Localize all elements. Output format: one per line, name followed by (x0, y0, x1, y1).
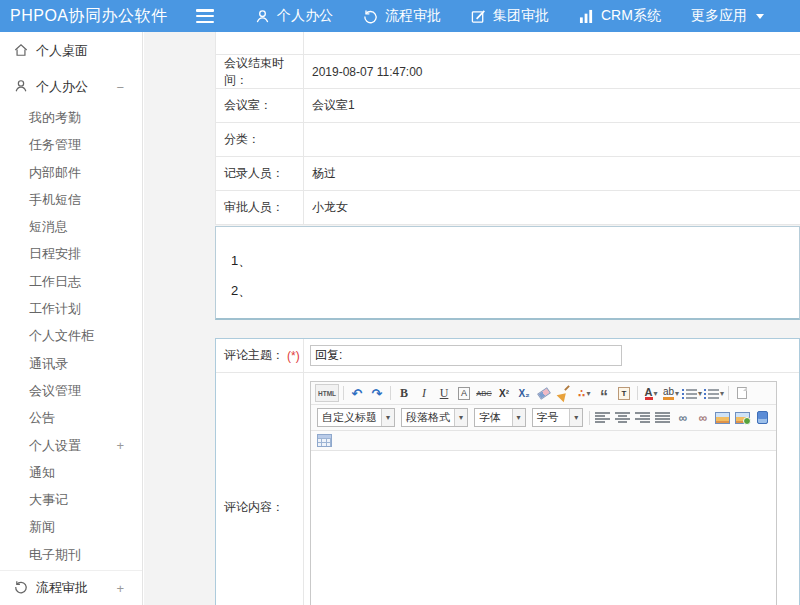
caret-down-icon: ▾ (454, 409, 467, 426)
bold-button[interactable]: B (395, 384, 413, 402)
table-row: 评论内容： HTML ↶ ↷ B I U A (216, 373, 799, 605)
superscript-button[interactable]: X² (495, 384, 513, 402)
sidebar-item-work-plan[interactable]: 工作计划 (0, 295, 142, 322)
sidebar-item-e-journal[interactable]: 电子期刊 (0, 541, 142, 568)
sidebar-item-file-cabinet[interactable]: 个人文件柜 (0, 322, 142, 349)
divider (728, 386, 729, 400)
paste-icon: T (618, 387, 630, 400)
underline-button[interactable]: U (435, 384, 453, 402)
sidebar-item-memorabilia[interactable]: 大事记 (0, 486, 142, 513)
person-icon (255, 9, 270, 24)
insert-image-button[interactable] (714, 409, 732, 427)
table-row: 审批人员： 小龙女 (216, 191, 800, 225)
table-icon (317, 434, 332, 447)
dropdown-value: 自定义标题 (318, 410, 381, 425)
nav-personal-office[interactable]: 个人办公 (240, 0, 348, 32)
field-value (304, 123, 800, 156)
paste-text-button[interactable]: T (615, 384, 633, 402)
format-brush-button[interactable] (555, 384, 573, 402)
caret-down-icon (756, 14, 764, 19)
sidebar-item-label: 个人设置 (29, 438, 81, 453)
expand-icon[interactable]: + (116, 432, 124, 459)
nav-workflow-approval[interactable]: 流程审批 (348, 0, 456, 32)
new-document-icon (737, 387, 747, 399)
divider (390, 386, 391, 400)
font-family-dropdown[interactable]: 字体 ▾ (474, 408, 526, 427)
table-row: 会议室： 会议室1 (216, 89, 800, 123)
auto-format-button[interactable]: ∴ ▾ (575, 384, 593, 402)
align-left-button[interactable] (594, 409, 612, 427)
paragraph-format-dropdown[interactable]: 段落格式 ▾ (401, 408, 468, 427)
align-center-icon (615, 412, 630, 423)
html-source-button[interactable]: HTML (315, 384, 339, 402)
sidebar-subnav: 我的考勤 任务管理 内部邮件 手机短信 短消息 日程安排 工作日志 工作计划 个… (0, 104, 142, 568)
remove-link-button[interactable]: ∞ (694, 409, 712, 427)
align-center-button[interactable] (614, 409, 632, 427)
autotypeset-icon[interactable]: A (458, 387, 470, 400)
expand-icon[interactable]: + (116, 581, 124, 596)
strikethrough-button[interactable]: ABC (475, 384, 493, 402)
sidebar-item-personal-settings[interactable]: 个人设置 + (0, 432, 142, 459)
meeting-notes-box: 1、 2、 (215, 226, 800, 320)
magic-wand-icon: ∴ (578, 387, 586, 400)
rich-text-editor: HTML ↶ ↷ B I U A ABC X² X₂ (310, 381, 777, 605)
highlight-color-button[interactable]: ab ▾ (662, 384, 680, 402)
insert-link-button[interactable]: ∞ (674, 409, 692, 427)
sidebar-item-internal-mail[interactable]: 内部邮件 (0, 159, 142, 186)
broom-icon (558, 387, 571, 400)
font-color-button[interactable]: A ▾ (642, 384, 660, 402)
align-right-icon (635, 412, 650, 423)
collapse-icon[interactable]: − (116, 80, 124, 95)
align-right-button[interactable] (634, 409, 652, 427)
sidebar-item-sms[interactable]: 手机短信 (0, 186, 142, 213)
italic-button[interactable]: I (415, 384, 433, 402)
field-label: 会议结束时间： (216, 55, 304, 88)
ordered-list-button[interactable]: ▾ (682, 384, 702, 402)
upload-image-button[interactable] (734, 409, 752, 427)
sidebar-item-news[interactable]: 新闻 (0, 513, 142, 540)
blockquote-button[interactable]: “ (595, 384, 613, 402)
nav-more-apps[interactable]: 更多应用 (676, 0, 779, 32)
font-size-dropdown[interactable]: 字号 ▾ (532, 408, 584, 427)
unordered-list-button[interactable]: ▾ (704, 384, 724, 402)
sidebar-item-notice[interactable]: 通知 (0, 459, 142, 486)
nav-crm-system[interactable]: CRM系统 (564, 0, 676, 32)
custom-title-dropdown[interactable]: 自定义标题 ▾ (317, 408, 395, 427)
sidebar-item-desktop[interactable]: 个人桌面 (0, 32, 142, 70)
sidebar-item-schedule[interactable]: 日程安排 (0, 240, 142, 267)
caret-down-icon: ▾ (512, 409, 525, 426)
nav-label: 更多应用 (691, 7, 747, 25)
menu-toggle-button[interactable] (196, 9, 214, 23)
nav-label: 集团审批 (493, 7, 549, 25)
new-document-button[interactable] (733, 384, 751, 402)
sidebar-item-tasks[interactable]: 任务管理 (0, 131, 142, 158)
comment-content-textarea[interactable] (311, 451, 776, 605)
sidebar-item-personal-office[interactable]: 个人办公 − (0, 70, 142, 104)
sidebar-item-short-message[interactable]: 短消息 (0, 213, 142, 240)
table-row: 评论主题： (*) (216, 339, 799, 373)
font-color-icon: A (645, 387, 653, 400)
sidebar-item-attendance[interactable]: 我的考勤 (0, 104, 142, 131)
caret-down-icon: ▾ (720, 389, 724, 398)
sidebar-item-announcement[interactable]: 公告 (0, 404, 142, 431)
insert-media-button[interactable] (754, 409, 772, 427)
remove-format-button[interactable] (535, 384, 553, 402)
caret-down-icon: ▾ (698, 389, 702, 398)
undo-button[interactable]: ↶ (348, 384, 366, 402)
media-icon (757, 411, 768, 424)
justify-button[interactable] (654, 409, 672, 427)
sidebar-item-work-log[interactable]: 工作日志 (0, 268, 142, 295)
insert-table-button[interactable] (315, 432, 333, 450)
nav-group-approval[interactable]: 集团审批 (456, 0, 564, 32)
bar-chart-icon (579, 9, 594, 23)
redo-button[interactable]: ↷ (368, 384, 386, 402)
sidebar-item-meeting-management[interactable]: 会议管理 (0, 377, 142, 404)
comment-subject-input[interactable] (310, 345, 622, 366)
caret-down-icon: ▾ (654, 389, 658, 398)
sidebar-item-workflow-approval[interactable]: 流程审批 + (0, 571, 142, 605)
dropdown-value: 字号 (533, 410, 570, 425)
field-label: 审批人员： (216, 191, 304, 224)
sidebar: 个人桌面 个人办公 − 我的考勤 任务管理 内部邮件 手机短信 短消息 日程安排… (0, 32, 143, 605)
subscript-button[interactable]: X₂ (515, 384, 533, 402)
sidebar-item-contacts[interactable]: 通讯录 (0, 350, 142, 377)
